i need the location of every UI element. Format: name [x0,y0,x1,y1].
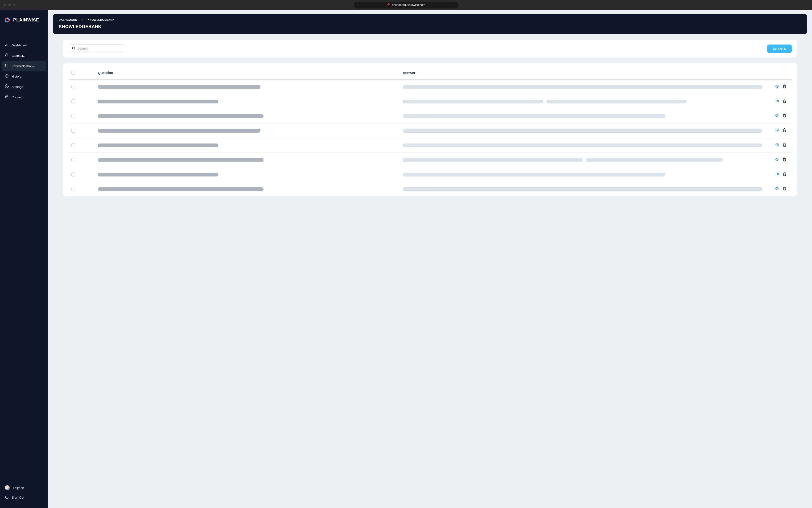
trash-icon [782,143,786,148]
row-checkbox[interactable] [71,85,75,89]
eye-icon [775,99,779,104]
chevron-right-icon [81,18,84,21]
table-row [68,167,792,182]
sidebar-item-label: Knowledgebank [11,64,34,68]
view-button[interactable] [775,128,779,133]
sidebar-item-knowledgebank[interactable]: Knowledgebank [2,61,46,71]
sidebar-item-callbacks[interactable]: Callbacks [2,51,46,60]
svg-point-3 [72,47,75,49]
sidebar-item-dashboard[interactable]: Dashboard [2,40,46,50]
sidebar-item-label: Dashboard [11,44,27,47]
answer-placeholder [403,173,665,176]
page-title: KNOWLEDGEBANK [59,24,802,29]
breadcrumb-item[interactable]: DASHBOARD [59,18,77,21]
question-placeholder [98,187,263,191]
clock-icon [5,74,9,79]
search-field[interactable] [69,44,125,53]
create-button[interactable]: CREATE [767,45,792,53]
view-button[interactable] [775,114,779,119]
search-input[interactable] [78,47,122,50]
question-placeholder [98,129,260,133]
table-row [68,109,792,123]
row-checkbox[interactable] [71,129,75,133]
breadcrumb-item[interactable]: KNOWLEDGEBANK [87,18,114,21]
view-button[interactable] [775,84,779,89]
row-checkbox[interactable] [71,99,75,103]
table-header-row: Question Asnwer [68,65,792,80]
sidebar: PLAINWISE Dashboard Callbacks Knowledgeb… [0,10,48,508]
trash-icon [782,157,786,162]
power-icon [5,495,9,500]
address-bar[interactable]: dashboard.plainwise.com [354,2,458,8]
view-button[interactable] [775,157,779,162]
answer-placeholder [403,158,582,162]
delete-button[interactable] [782,143,786,148]
toolbar: CREATE [64,40,797,57]
question-placeholder [98,85,260,89]
eye-icon [775,172,779,177]
question-placeholder [98,114,263,118]
answer-placeholder [403,187,763,191]
window-max-dot[interactable] [13,4,15,6]
answer-placeholder [546,100,687,103]
svg-point-2 [6,86,7,87]
page-header: DASHBOARD KNOWLEDGEBANK KNOWLEDGEBANK [53,14,807,34]
view-button[interactable] [775,172,779,177]
search-icon [72,46,75,51]
sidebar-item-label: Settings [11,85,23,89]
brand[interactable]: PLAINWISE [2,16,46,33]
delete-button[interactable] [782,157,786,162]
row-checkbox[interactable] [71,187,75,191]
delete-button[interactable] [782,186,786,192]
signout-label: Sign Out [12,496,24,499]
answer-placeholder [586,158,723,162]
svg-point-7 [777,130,778,131]
avatar [5,485,10,490]
table-row [68,80,792,94]
sidebar-item-settings[interactable]: Settings [2,82,46,92]
delete-button[interactable] [782,114,786,119]
breadcrumb: DASHBOARD KNOWLEDGEBANK [59,18,802,21]
delete-button[interactable] [782,128,786,133]
view-button[interactable] [775,186,779,192]
svg-point-8 [777,144,778,145]
delete-button[interactable] [782,99,786,104]
sidebar-item-label: History [11,75,22,78]
answer-placeholder [403,114,665,118]
table-row [68,94,792,109]
sidebar-item-contact[interactable]: Contact [2,92,46,102]
main: DASHBOARD KNOWLEDGEBANK KNOWLEDGEBANK CR… [48,10,812,508]
gear-icon [5,84,9,89]
row-checkbox[interactable] [71,158,75,162]
svg-point-0 [5,64,8,65]
window-min-dot[interactable] [8,4,11,6]
site-icon [387,3,390,7]
table-row [68,138,792,153]
sidebar-item-history[interactable]: History [2,71,46,81]
database-icon [5,64,9,68]
signout-link[interactable]: Sign Out [3,493,45,502]
column-header-answer: Asnwer [403,71,763,75]
trash-icon [782,99,786,104]
brand-logo-icon [4,16,11,24]
view-button[interactable] [775,143,779,148]
delete-button[interactable] [782,84,786,89]
view-button[interactable] [775,99,779,104]
address-bar-url: dashboard.plainwise.com [392,3,425,7]
browser-titlebar: dashboard.plainwise.com [0,0,812,10]
row-checkbox[interactable] [71,114,75,118]
eye-icon [775,186,779,192]
eye-icon [775,157,779,162]
svg-point-11 [777,188,778,189]
trash-icon [782,84,786,89]
sidebar-bottom: Thijmen Sign Out [2,483,46,502]
delete-button[interactable] [782,172,786,177]
column-header-question: Question [86,71,399,75]
answer-placeholder [403,85,763,89]
select-all-checkbox[interactable] [71,71,75,75]
profile-link[interactable]: Thijmen [3,483,45,493]
row-checkbox[interactable] [71,172,75,176]
row-checkbox[interactable] [71,143,75,147]
answer-placeholder [403,143,763,147]
window-close-dot[interactable] [3,4,6,6]
